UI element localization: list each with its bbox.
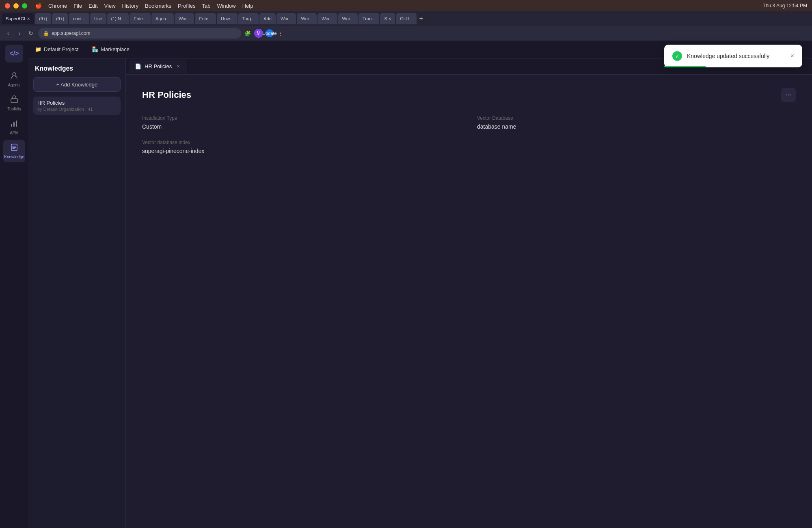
- browser-tab-3[interactable]: cont...: [69, 13, 89, 24]
- menu-dots[interactable]: ⋮: [276, 29, 284, 37]
- nav-separator: [85, 46, 85, 53]
- toast-message: Knowledge updated successfully: [687, 53, 769, 59]
- browser-tab-active[interactable]: SuperAGI ✕: [2, 13, 34, 24]
- marketplace-link[interactable]: 🏪 Marketplace: [92, 46, 130, 52]
- browser-tab-12[interactable]: Add: [259, 13, 276, 24]
- checkmark-icon: ✓: [675, 53, 680, 59]
- installation-type-value: Custom: [142, 123, 461, 130]
- sidebar-item-toolkits[interactable]: Toolkits: [3, 92, 25, 114]
- traffic-yellow[interactable]: [13, 3, 19, 9]
- icon-sidebar: </> Agents Toolkits: [0, 41, 28, 528]
- main-panel: 📄 HR Policies ✕ HR Policies ··· Instal: [126, 58, 812, 528]
- svg-rect-2: [11, 124, 12, 127]
- marketplace-icon: 🏪: [92, 46, 98, 52]
- panel-tab-label: HR Policies: [145, 63, 172, 69]
- apm-label: APM: [10, 131, 19, 135]
- titlebar-left: [5, 3, 27, 9]
- active-tab-label: SuperAGI: [6, 16, 25, 21]
- traffic-green[interactable]: [22, 3, 27, 9]
- sidebar-item-agents[interactable]: Agents: [3, 68, 25, 91]
- browser-tab-2[interactable]: (9+): [52, 13, 68, 24]
- forward-button[interactable]: ›: [15, 28, 24, 38]
- svg-point-0: [13, 73, 16, 76]
- browser-tab-10[interactable]: How...: [217, 13, 238, 24]
- installation-type-label: Installation Type: [142, 115, 461, 121]
- add-knowledge-button[interactable]: + Add Knowledge: [33, 77, 121, 92]
- knowledge-list-item-hr-policies[interactable]: HR Policies by Default Organization · 41: [33, 97, 121, 115]
- titlebar-right: Thu 3 Aug 12:54 PM: [763, 3, 807, 9]
- project-selector[interactable]: 📁 Default Project: [35, 46, 78, 52]
- content-area: 📁 Default Project 🏪 Marketplace Knowledg…: [28, 41, 812, 528]
- knowledges-sidebar: Knowledges + Add Knowledge HR Policies b…: [28, 58, 126, 528]
- menu-view[interactable]: View: [104, 3, 116, 9]
- menu-tab[interactable]: Tab: [202, 3, 210, 9]
- update-button[interactable]: Update: [266, 29, 274, 37]
- active-tab-close[interactable]: ✕: [27, 17, 30, 21]
- field-vector-database: Vector Database database name: [477, 115, 796, 130]
- browser-tab-6[interactable]: Ente...: [130, 13, 151, 24]
- menu-profiles[interactable]: Profiles: [178, 3, 195, 9]
- knowledges-title: Knowledges: [33, 65, 121, 72]
- knowledge-item-name: HR Policies: [37, 100, 117, 106]
- menu-chrome[interactable]: Chrome: [48, 3, 67, 9]
- app-container: </> Agents Toolkits: [0, 41, 812, 528]
- browser-tab-14[interactable]: Wor...: [297, 13, 317, 24]
- browser-tab-11[interactable]: Targ...: [238, 13, 259, 24]
- browser-tab-18[interactable]: S ×: [380, 13, 395, 24]
- profile-icon[interactable]: M: [254, 29, 263, 38]
- svg-rect-4: [16, 121, 17, 127]
- menu-file[interactable]: File: [73, 3, 82, 9]
- browser-tab-4[interactable]: Use: [90, 13, 106, 24]
- browser-tab-17[interactable]: Tran...: [358, 13, 379, 24]
- marketplace-label: Marketplace: [101, 46, 130, 52]
- knowledge-label: Knowledge: [4, 155, 24, 159]
- browser-tab-16[interactable]: Wor...: [338, 13, 358, 24]
- app-logo[interactable]: </>: [5, 45, 23, 62]
- panel-tab-hr-policies[interactable]: 📄 HR Policies ✕: [129, 60, 187, 73]
- sidebar-item-apm[interactable]: APM: [3, 116, 25, 138]
- menu-apple[interactable]: 🍎: [35, 3, 42, 9]
- address-bar[interactable]: 🔒 app.superagi.com: [38, 28, 241, 39]
- browser-tab-5[interactable]: (1) N...: [107, 13, 129, 24]
- agents-label: Agents: [8, 83, 20, 87]
- browser-tab-7[interactable]: Agen...: [151, 13, 174, 24]
- panel-content: HR Policies ··· Installation Type Custom…: [126, 75, 812, 528]
- apm-icon: [10, 119, 18, 129]
- agents-icon: [10, 71, 18, 82]
- toast-notification: ✓ Knowledge updated successfully ×: [664, 45, 802, 67]
- svg-rect-3: [13, 122, 15, 127]
- url-display: app.superagi.com: [52, 30, 90, 36]
- toast-close-button[interactable]: ×: [790, 53, 794, 59]
- menu-bookmarks[interactable]: Bookmarks: [145, 3, 171, 9]
- sidebar-item-knowledge[interactable]: Knowledge: [3, 140, 25, 162]
- menu-help[interactable]: Help: [242, 3, 253, 9]
- vector-database-value: database name: [477, 123, 796, 130]
- menu-edit[interactable]: Edit: [89, 3, 97, 9]
- panel-tab-icon: 📄: [135, 63, 141, 69]
- browser-tab-19[interactable]: GitH...: [396, 13, 417, 24]
- browser-tab-8[interactable]: Wor...: [175, 13, 194, 24]
- browser-tab-13[interactable]: Wor...: [276, 13, 296, 24]
- browser-tab-9[interactable]: Ente...: [195, 13, 216, 24]
- knowledge-options-button[interactable]: ···: [781, 88, 796, 102]
- browser-tabs-bar: SuperAGI ✕ (9+) (9+) cont... Use (1) N..…: [0, 11, 812, 26]
- browser-actions: 🧩 M Update ⋮: [244, 29, 284, 38]
- browser-tab-15[interactable]: Wor...: [317, 13, 337, 24]
- browser-tab-1[interactable]: (9+): [35, 13, 51, 24]
- field-vector-db-index: Vector database index superagi-pinecone-…: [142, 140, 461, 154]
- knowledge-item-meta: by Default Organization · 41: [37, 107, 117, 112]
- project-folder-icon: 📁: [35, 46, 41, 52]
- new-tab-button[interactable]: +: [419, 15, 423, 22]
- menu-history[interactable]: History: [122, 3, 138, 9]
- vector-database-label: Vector Database: [477, 115, 796, 121]
- titlebar-menu: 🍎 Chrome File Edit View History Bookmark…: [35, 3, 253, 9]
- menu-window[interactable]: Window: [217, 3, 235, 9]
- extensions-icon[interactable]: 🧩: [244, 29, 252, 37]
- panel-tab-close[interactable]: ✕: [175, 63, 181, 70]
- reload-button[interactable]: ↻: [26, 28, 36, 38]
- vector-db-index-label: Vector database index: [142, 140, 461, 145]
- traffic-red[interactable]: [5, 3, 10, 9]
- back-button[interactable]: ‹: [3, 28, 13, 38]
- knowledge-icon: [10, 143, 18, 153]
- vector-db-index-value: superagi-pinecone-index: [142, 148, 461, 154]
